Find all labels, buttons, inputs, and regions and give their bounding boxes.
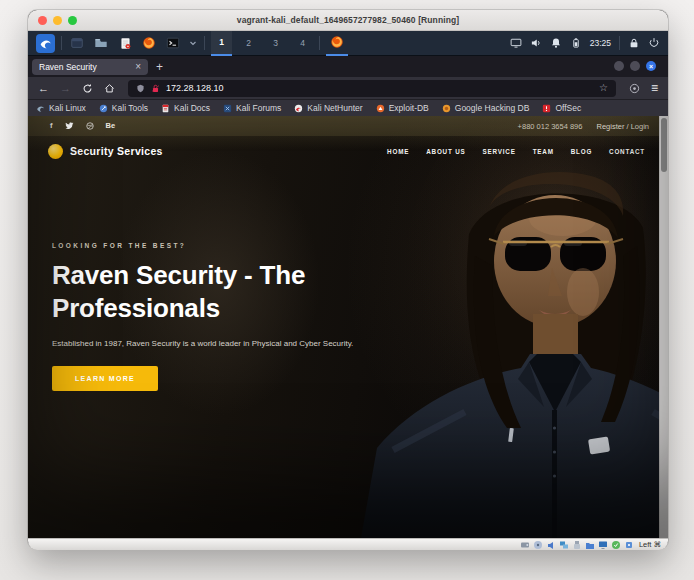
nav-item-about-us[interactable]: ABOUT US: [426, 148, 465, 155]
traffic-lights: [38, 10, 77, 30]
insecure-lock-icon[interactable]: [151, 84, 160, 93]
log-out-icon[interactable]: [648, 37, 660, 49]
bookmark-star-icon[interactable]: ☆: [599, 83, 608, 93]
nav-item-service[interactable]: SERVICE: [483, 148, 516, 155]
window-title: vagrant-kali_default_1649657277982_50460…: [237, 15, 459, 25]
bookmark-kali-tools[interactable]: Kali Tools: [99, 103, 148, 113]
bookmark-exploit-db[interactable]: Exploit-DB: [376, 103, 429, 113]
terminal-dropdown-caret-icon[interactable]: [188, 34, 198, 52]
nav-item-blog[interactable]: BLOG: [571, 148, 592, 155]
twitter-icon[interactable]: [65, 122, 74, 130]
kali-nethunter-favicon-icon: [294, 104, 303, 113]
nav-item-contact[interactable]: CONTACT: [609, 148, 645, 155]
facebook-icon[interactable]: f: [50, 122, 53, 130]
audio-icon[interactable]: [546, 540, 556, 550]
nav-item-home[interactable]: HOME: [387, 148, 409, 155]
site-topbar: f Be +880 012 3654 896 Register / Login: [28, 116, 659, 136]
hard-disk-icon[interactable]: [520, 540, 530, 550]
hero-title-line2: Professionals: [52, 292, 392, 325]
site-navbar: Security Services HOME ABOUT US SERVICE …: [28, 136, 659, 166]
titlebar[interactable]: vagrant-kali_default_1649657277982_50460…: [28, 10, 668, 31]
show-desktop-button[interactable]: [68, 34, 86, 52]
taskbar-firefox-window[interactable]: [326, 31, 348, 56]
firefox-launcher-button[interactable]: [140, 34, 158, 52]
bookmark-offsec[interactable]: OffSec: [542, 103, 581, 113]
notifications-bell-icon[interactable]: [550, 37, 562, 49]
scrollbar-thumb[interactable]: [661, 118, 667, 172]
display-settings-icon[interactable]: [510, 37, 522, 49]
workspace-3[interactable]: 3: [265, 31, 286, 56]
terminal-icon: [166, 36, 180, 50]
kali-dragon-icon: [39, 37, 52, 50]
workspace-2[interactable]: 2: [238, 31, 259, 56]
url-bar[interactable]: 172.28.128.10 ☆: [128, 80, 616, 97]
maximize-window-button[interactable]: [630, 61, 640, 71]
close-window-button[interactable]: ×: [646, 61, 656, 71]
nav-menu: HOME ABOUT US SERVICE TEAM BLOG CONTACT: [387, 148, 645, 155]
nav-item-team[interactable]: TEAM: [533, 148, 554, 155]
battery-icon[interactable]: [570, 37, 582, 49]
shared-folders-icon[interactable]: [585, 540, 595, 550]
bookmark-google-hacking-db[interactable]: Google Hacking DB: [442, 103, 530, 113]
behance-icon[interactable]: Be: [106, 122, 116, 130]
bookmark-kali-linux[interactable]: Kali Linux: [36, 103, 86, 113]
firefox-tab-bar: Raven Security × + ×: [28, 56, 668, 77]
forward-button[interactable]: →: [60, 83, 71, 94]
folder-icon: [94, 36, 108, 50]
document-icon: [119, 37, 132, 50]
desktop: vagrant-kali_default_1649657277982_50460…: [0, 0, 694, 580]
kali-forums-favicon-icon: [223, 104, 232, 113]
vbox-status-icons: [520, 540, 634, 550]
virtualbox-window: vagrant-kali_default_1649657277982_50460…: [28, 10, 668, 549]
mouse-integration-icon[interactable]: [624, 540, 634, 550]
clock[interactable]: 23:25: [590, 38, 611, 48]
zoom-button[interactable]: [68, 16, 77, 25]
volume-icon[interactable]: [530, 37, 542, 49]
menu-button[interactable]: ≡: [651, 82, 658, 94]
dribbble-icon[interactable]: [86, 122, 94, 130]
panel-separator: [319, 36, 320, 50]
show-desktop-icon: [70, 36, 84, 50]
minimize-window-button[interactable]: [614, 61, 624, 71]
lock-screen-icon[interactable]: [628, 37, 640, 49]
url-text[interactable]: 172.28.128.10: [166, 83, 593, 93]
session-ok-icon[interactable]: [611, 540, 621, 550]
terminal-button[interactable]: [164, 34, 182, 52]
extensions-icon[interactable]: [629, 83, 640, 94]
kali-menu-button[interactable]: [36, 34, 55, 53]
tab-close-icon[interactable]: ×: [135, 62, 141, 72]
tracking-protection-shield-icon[interactable]: [136, 84, 145, 93]
system-tray: 23:25: [510, 36, 660, 50]
bookmark-kali-forums[interactable]: Kali Forums: [223, 103, 281, 113]
panel-separator: [61, 36, 62, 50]
minimize-button[interactable]: [53, 16, 62, 25]
kali-tools-favicon-icon: [99, 104, 108, 113]
page-scrollbar[interactable]: [659, 116, 668, 538]
optical-drive-icon[interactable]: [533, 540, 543, 550]
vm-screen: 1 2 3 4 23:25: [28, 31, 668, 538]
site-brand[interactable]: Security Services: [70, 145, 163, 157]
register-login-link[interactable]: Register / Login: [596, 122, 649, 131]
firefox-toolbar: ← → 172.28.128.10 ☆ ≡: [28, 77, 668, 99]
close-button[interactable]: [38, 16, 47, 25]
back-button[interactable]: ←: [38, 83, 49, 94]
bookmark-kali-nethunter[interactable]: Kali NetHunter: [294, 103, 362, 113]
bookmark-kali-docs[interactable]: Kali Docs: [161, 103, 210, 113]
home-button[interactable]: [104, 83, 115, 94]
tab-raven-security[interactable]: Raven Security ×: [32, 59, 148, 75]
text-editor-button[interactable]: [116, 34, 134, 52]
reload-button[interactable]: [82, 83, 93, 94]
learn-more-button[interactable]: LEARN MORE: [52, 366, 158, 391]
site-logo-icon[interactable]: [48, 144, 63, 159]
workspace-4[interactable]: 4: [292, 31, 313, 56]
usb-icon[interactable]: [572, 540, 582, 550]
phone-number: +880 012 3654 896: [518, 122, 583, 131]
new-tab-button[interactable]: +: [156, 60, 163, 74]
network-icon[interactable]: [559, 540, 569, 550]
bookmarks-bar: Kali Linux Kali Tools Kali Docs Kali For…: [28, 99, 668, 116]
file-manager-button[interactable]: [92, 34, 110, 52]
display-icon[interactable]: [598, 540, 608, 550]
host-key-indicator: Left ⌘: [639, 540, 661, 549]
workspace-1[interactable]: 1: [211, 31, 232, 56]
social-links: f Be: [50, 122, 115, 130]
